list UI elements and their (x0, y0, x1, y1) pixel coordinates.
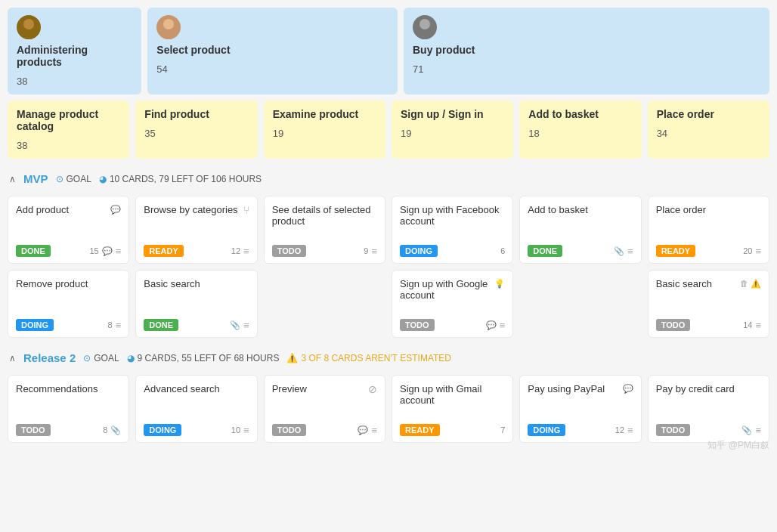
mvp-name: MVP (23, 172, 48, 185)
fork-icon: ⑂ (243, 204, 249, 216)
mvp-toggle[interactable]: ∧ (9, 174, 16, 184)
story-card[interactable]: Basic search TODO 14 (648, 270, 769, 338)
story-card[interactable]: Add to basket DONE (519, 196, 641, 264)
feature-card-4[interactable]: Add to basket 18 (519, 101, 641, 159)
card-number: 12 (615, 425, 624, 435)
lines-icon (500, 320, 506, 331)
lines-icon (627, 246, 633, 257)
pie-icon: ◕ (99, 174, 107, 184)
card-title: Sign up with Gmail account (400, 383, 505, 406)
epic-title-select: Select product (156, 44, 388, 56)
story-card[interactable]: Browse by categories ⑂ READY 12 (135, 196, 257, 264)
status-badge: DOING (528, 424, 565, 436)
kanban-board: Administering products 38 Select product… (0, 0, 777, 459)
card-title: Pay using PayPal (528, 383, 622, 394)
mvp-section-header: ∧ MVP ⊙ GOAL ◕ 10 CARDS, 79 LEFT OF 106 … (8, 168, 769, 190)
lines-icon (371, 246, 377, 257)
story-card[interactable]: Pay by credit card TODO (648, 375, 769, 443)
feature-card-2[interactable]: Examine product 19 (264, 101, 385, 159)
status-badge: DOING (16, 319, 54, 331)
card-number: 6 (500, 246, 505, 255)
status-badge: TODO (400, 319, 435, 331)
feature-card-0[interactable]: Manage product catalog 38 (8, 101, 129, 159)
story-card[interactable]: Sign up with Facebook account DOING 6 (392, 196, 513, 264)
status-badge: DOING (144, 424, 181, 436)
mvp-goal-label: GOAL (67, 174, 91, 184)
card-number: 10 (231, 425, 240, 435)
feature-card-5[interactable]: Place order 34 (648, 101, 769, 159)
r2-col-3: Sign up with Gmail account READY 7 (392, 375, 513, 443)
card-title: Pay by credit card (656, 383, 761, 394)
r2-col-2: Preview ⊘ TODO (264, 375, 385, 443)
epic-card-buy[interactable]: Buy product 71 (404, 8, 769, 94)
mvp-goal: ⊙ GOAL (56, 174, 91, 184)
story-card[interactable]: Sign up with Google account TODO (392, 270, 513, 338)
card-number: 7 (500, 425, 505, 435)
mvp-col-4: Add to basket DONE (519, 196, 641, 338)
avatar-administering (17, 15, 41, 39)
feature-number-2: 19 (273, 128, 376, 139)
epic-card-select[interactable]: Select product 54 (147, 8, 398, 94)
status-badge: READY (400, 424, 440, 436)
story-card[interactable]: Place order READY 20 (648, 196, 769, 264)
story-card[interactable]: Sign up with Gmail account READY 7 (392, 375, 513, 443)
card-title: Browse by categories (144, 204, 243, 215)
story-card[interactable]: Preview ⊘ TODO (264, 375, 385, 443)
story-card[interactable]: See details of selected product TODO 9 (264, 196, 385, 264)
svg-point-4 (419, 19, 430, 29)
story-card[interactable]: Basic search DONE (135, 270, 257, 338)
story-card[interactable]: Advanced search DOING 10 (135, 375, 257, 443)
feature-number-4: 18 (528, 128, 632, 139)
card-number: 14 (743, 320, 752, 329)
epic-number-buy: 71 (413, 63, 760, 75)
status-badge: TODO (272, 245, 307, 257)
mvp-col-5: Place order READY 20 Basic search (648, 196, 769, 338)
feature-title-3: Sign up / Sign in (401, 108, 504, 120)
status-badge: TODO (16, 424, 51, 436)
svg-point-5 (416, 29, 433, 39)
lines-icon (371, 425, 377, 436)
svg-point-1 (20, 29, 37, 39)
story-card[interactable]: Add product DONE 15 (8, 196, 129, 264)
svg-point-3 (160, 29, 177, 39)
story-card[interactable]: Remove product DOING 8 (8, 270, 129, 338)
bulb-icon (494, 278, 505, 289)
lines-icon (243, 246, 249, 257)
epic-card-administering[interactable]: Administering products 38 (8, 8, 141, 94)
story-card[interactable]: Pay using PayPal DOING 12 (519, 375, 641, 443)
goal-icon: ⊙ (56, 174, 63, 184)
card-number: 20 (743, 246, 752, 255)
mvp-stories-grid: Add product DONE 15 Remove product (8, 196, 769, 338)
card-title: Remove product (16, 278, 121, 289)
release2-toggle[interactable]: ∧ (9, 353, 16, 363)
feature-number-1: 35 (144, 128, 248, 139)
mvp-col-3: Sign up with Facebook account DOING 6 Si… (392, 196, 513, 338)
epics-row: Administering products 38 Select product… (8, 8, 769, 94)
feature-title-4: Add to basket (528, 108, 632, 120)
story-card[interactable]: Recommendations TODO 8 (8, 375, 129, 443)
feature-card-1[interactable]: Find product 35 (135, 101, 257, 159)
card-title: Advanced search (144, 383, 249, 394)
lines-icon (755, 425, 761, 436)
card-title: See details of selected product (272, 204, 377, 227)
release2-name: Release 2 (23, 351, 76, 364)
watermark: 知乎 @PM白叙 (707, 439, 769, 452)
lines-icon (627, 425, 633, 436)
pie-icon: ◕ (127, 353, 135, 363)
card-title: Add to basket (528, 204, 633, 215)
chat-icon (623, 383, 633, 394)
status-badge: READY (144, 245, 184, 257)
mvp-col-2: See details of selected product TODO 9 (264, 196, 385, 338)
status-badge: DOING (400, 245, 438, 257)
card-number: 15 (89, 246, 98, 255)
clip-icon (230, 320, 240, 330)
comment-icon (102, 246, 113, 256)
r2-col-0: Recommendations TODO 8 (8, 375, 129, 443)
card-number: 9 (364, 246, 368, 255)
lines-icon (116, 320, 122, 331)
release2-goal: ⊙ GOAL (83, 353, 119, 363)
feature-card-3[interactable]: Sign up / Sign in 19 (392, 101, 513, 159)
epic-title-buy: Buy product (413, 44, 760, 56)
lines-icon (116, 246, 122, 257)
release2-warning: ⚠️ 3 OF 8 CARDS AREN'T ESTIMATED (286, 353, 451, 363)
